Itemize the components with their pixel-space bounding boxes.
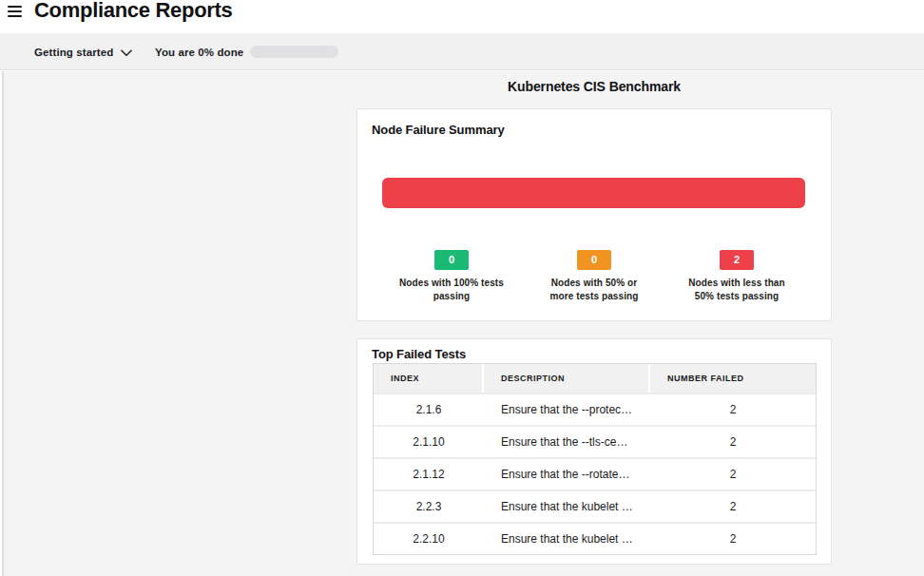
- legend-label: Nodes with 100% tests passing: [380, 277, 523, 303]
- table-row: 2.2.10Ensure that the kubelet …2: [374, 522, 816, 554]
- cell-index: 2.2.3: [374, 490, 484, 522]
- top-failed-tests-table: INDEXDESCRIPTIONNUMBER FAILED 2.1.6Ensur…: [373, 363, 817, 555]
- legend-label: Nodes with less than 50% tests passing: [665, 277, 808, 303]
- cell-description: Ensure that the kubelet …: [484, 522, 650, 554]
- table-row: 2.2.3Ensure that the kubelet …2: [374, 490, 816, 522]
- table-row: 2.1.10Ensure that the --tls-ce…2: [374, 425, 816, 457]
- legend-row: 0 Nodes with 100% tests passing 0 Nodes …: [380, 250, 808, 303]
- table-row: 2.1.6Ensure that the --protec…2: [374, 393, 816, 425]
- getting-started-bar: Getting started You are 0% done: [0, 33, 924, 70]
- legend-item: 2 Nodes with less than 50% tests passing: [665, 250, 808, 303]
- top-failed-tests-title: Top Failed Tests: [372, 347, 466, 361]
- table-body: 2.1.6Ensure that the --protec…22.1.10Ens…: [374, 393, 816, 554]
- legend-label: Nodes with 50% or more tests passing: [523, 277, 665, 303]
- table-header-row: INDEXDESCRIPTIONNUMBER FAILED: [374, 364, 816, 393]
- cell-number_failed: 2: [650, 425, 816, 457]
- cell-number_failed: 2: [650, 393, 816, 425]
- chevron-down-icon: [121, 49, 132, 57]
- legend-count-badge: 0: [434, 250, 469, 270]
- column-header: INDEX: [374, 364, 484, 393]
- getting-started-dropdown[interactable]: Getting started: [34, 33, 132, 70]
- cell-index: 2.1.12: [374, 457, 484, 490]
- progress-text: You are 0% done: [155, 33, 243, 70]
- cell-number_failed: 2: [650, 522, 816, 554]
- cell-description: Ensure that the kubelet …: [484, 490, 650, 522]
- legend-count-badge: 2: [720, 250, 754, 270]
- menu-icon[interactable]: [8, 6, 22, 20]
- legend-item: 0 Nodes with 50% or more tests passing: [523, 250, 665, 303]
- legend-item: 0 Nodes with 100% tests passing: [380, 250, 523, 303]
- app-header: Compliance Reports: [0, 0, 924, 33]
- progress-bar: [250, 46, 338, 58]
- collapsed-sidebar-edge: [0, 71, 4, 576]
- table-row: 2.1.12Ensure that the --rotate…2: [374, 457, 816, 490]
- top-failed-tests-card: Top Failed Tests INDEXDESCRIPTIONNUMBER …: [356, 338, 832, 565]
- getting-started-label: Getting started: [34, 47, 113, 58]
- legend-count-badge: 0: [577, 250, 611, 270]
- cell-description: Ensure that the --protec…: [484, 393, 650, 425]
- cell-index: 2.1.10: [374, 425, 484, 457]
- node-failure-summary-title: Node Failure Summary: [372, 123, 505, 137]
- column-header: NUMBER FAILED: [650, 364, 816, 393]
- page-title: Compliance Reports: [34, 0, 233, 23]
- node-failure-summary-card: Node Failure Summary 0 Nodes with 100% t…: [356, 108, 832, 321]
- cell-number_failed: 2: [650, 457, 816, 490]
- column-header: DESCRIPTION: [484, 364, 650, 393]
- cell-index: 2.1.6: [374, 393, 484, 425]
- failure-bar: [382, 178, 805, 208]
- benchmark-title: Kubernetes CIS Benchmark: [356, 71, 832, 94]
- cell-description: Ensure that the --tls-ce…: [484, 425, 650, 457]
- main-content: Kubernetes CIS Benchmark Node Failure Su…: [0, 71, 924, 576]
- cell-index: 2.2.10: [374, 522, 484, 554]
- cell-description: Ensure that the --rotate…: [484, 457, 650, 490]
- cell-number_failed: 2: [650, 490, 816, 522]
